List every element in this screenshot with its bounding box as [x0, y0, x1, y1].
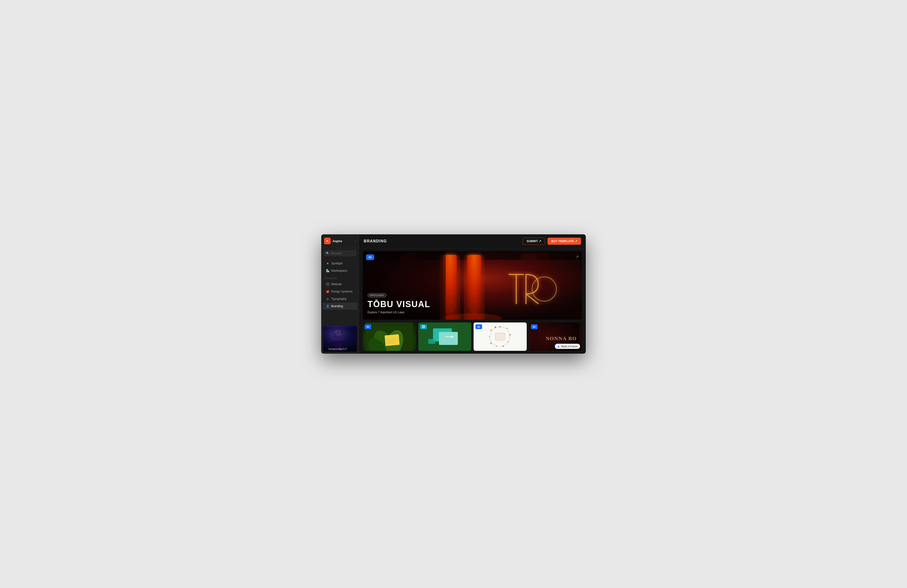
- sidebar: ✦ Aspire › 🔍 ★ Spotlight 🏪 Marketplace: [321, 234, 359, 354]
- main-content: BRANDING SUBMIT ↗ BUY TEMPLATE ↗: [359, 234, 586, 354]
- card-1-behance: Bē: [365, 324, 371, 329]
- card-2[interactable]: [418, 322, 471, 351]
- framer-badge: ▲ Made in Framer: [555, 344, 580, 349]
- hero-behance-badge: Bē: [366, 255, 374, 260]
- svg-point-9: [337, 330, 337, 330]
- svg-point-5: [341, 334, 341, 335]
- svg-point-4: [340, 331, 340, 332]
- app-body: ✦ Aspire › 🔍 ★ Spotlight 🏪 Marketplace: [321, 234, 586, 354]
- top-bar-actions: SUBMIT ↗ BUY TEMPLATE ↗: [523, 238, 581, 245]
- sidebar-item-spotlight-label: Spotlight: [331, 262, 343, 265]
- svg-point-7: [342, 338, 343, 338]
- sidebar-header: ✦ Aspire ›: [321, 234, 359, 248]
- cyan-icon: [421, 325, 425, 328]
- framer-badge-text: Made in Framer: [561, 345, 578, 348]
- svg-rect-19: [464, 255, 485, 320]
- typography-icon: ◎: [326, 297, 329, 301]
- card-1[interactable]: Bē: [363, 322, 416, 351]
- svg-point-44: [423, 326, 424, 327]
- svg-point-6: [335, 335, 335, 336]
- card-4-behance: Bē: [531, 324, 538, 329]
- external-link-icon: ↗: [575, 255, 578, 259]
- card-4[interactable]: NONNA BO Bē ▲ Made in Framer: [529, 322, 582, 351]
- card-3-behance: Bē: [476, 324, 482, 329]
- framer-icon: ▲: [557, 344, 560, 348]
- sidebar-item-branding-label: Branding: [331, 304, 343, 308]
- svg-rect-33: [385, 334, 400, 346]
- svg-rect-57: [495, 333, 505, 340]
- hero-banner[interactable]: Bē ↗ SPOTLIGHT TŌBU VISUAL Explore 7 Imp…: [363, 251, 582, 320]
- app-window: ✦ Aspire › 🔍 ★ Spotlight 🏪 Marketplace: [321, 234, 586, 354]
- svg-point-3: [335, 332, 336, 333]
- card-3[interactable]: Bē: [474, 322, 527, 351]
- sidebar-logo-area[interactable]: ✦ Aspire: [324, 238, 342, 244]
- svg-rect-39: [439, 332, 458, 345]
- search-icon: 🔍: [326, 252, 329, 255]
- buy-template-button[interactable]: BUY TEMPLATE ↗: [548, 238, 581, 245]
- sidebar-item-branding[interactable]: 👤 Branding: [323, 303, 357, 310]
- search-input[interactable]: [331, 252, 354, 255]
- svg-rect-42: [428, 339, 435, 344]
- svg-point-55: [490, 330, 492, 331]
- sidebar-thumbnail[interactable]: → Designed By FLP: [323, 326, 357, 352]
- sidebar-item-typography[interactable]: ◎ Typography: [323, 295, 357, 303]
- hero-subtitle: Explore 7 Important UX Laws: [367, 311, 430, 314]
- card-grid: Bē: [359, 320, 586, 354]
- sidebar-item-spotlight[interactable]: ★ Spotlight: [323, 260, 357, 267]
- website-icon: ⬛: [326, 282, 329, 286]
- sidebar-item-marketplace[interactable]: 🏪 Marketplace: [323, 267, 357, 274]
- sidebar-section-resources: Resources: [321, 274, 359, 280]
- app-logo-icon: ✦: [324, 238, 331, 244]
- app-name: Aspire: [333, 239, 342, 243]
- hero-spotlight-badge: SPOTLIGHT: [367, 293, 386, 297]
- hero-content: SPOTLIGHT TŌBU VISUAL Explore 7 Importan…: [367, 293, 430, 314]
- sidebar-item-typography-label: Typography: [331, 297, 346, 301]
- sidebar-item-design-systems-label: Design Systems: [331, 290, 353, 293]
- svg-point-2: [335, 330, 341, 336]
- submit-button[interactable]: SUBMIT ↗: [523, 238, 545, 245]
- page-title: BRANDING: [364, 239, 387, 244]
- svg-point-26: [536, 253, 550, 261]
- sidebar-nav: ★ Spotlight 🏪 Marketplace Resources ⬛ We…: [321, 259, 359, 324]
- branding-icon: 👤: [326, 304, 329, 308]
- marketplace-icon: 🏪: [326, 269, 329, 272]
- sidebar-item-website[interactable]: ⬛ Website: [323, 280, 357, 288]
- svg-point-27: [521, 253, 531, 261]
- sidebar-item-marketplace-label: Marketplace: [331, 269, 347, 272]
- svg-text:NONNA BO: NONNA BO: [545, 335, 577, 341]
- thumbnail-label: → Designed By FLP: [323, 346, 357, 352]
- sidebar-item-website-label: Website: [331, 282, 342, 286]
- card-2-badge: [420, 324, 427, 329]
- apple-icon: 🍎: [326, 290, 329, 293]
- top-bar: BRANDING SUBMIT ↗ BUY TEMPLATE ↗: [359, 234, 586, 248]
- arrow-icon: →: [325, 348, 327, 350]
- hero-title: TŌBU VISUAL: [367, 299, 430, 309]
- star-icon: ★: [326, 262, 329, 265]
- sidebar-item-design-systems[interactable]: 🍎 Design Systems: [323, 288, 357, 295]
- svg-point-8: [333, 338, 334, 339]
- svg-point-56: [495, 327, 496, 328]
- thumbnail-label-text: Designed By FLP: [329, 348, 347, 350]
- chevron-right-icon: ›: [355, 239, 356, 243]
- search-box[interactable]: 🔍: [324, 250, 356, 256]
- svg-point-10: [344, 333, 345, 334]
